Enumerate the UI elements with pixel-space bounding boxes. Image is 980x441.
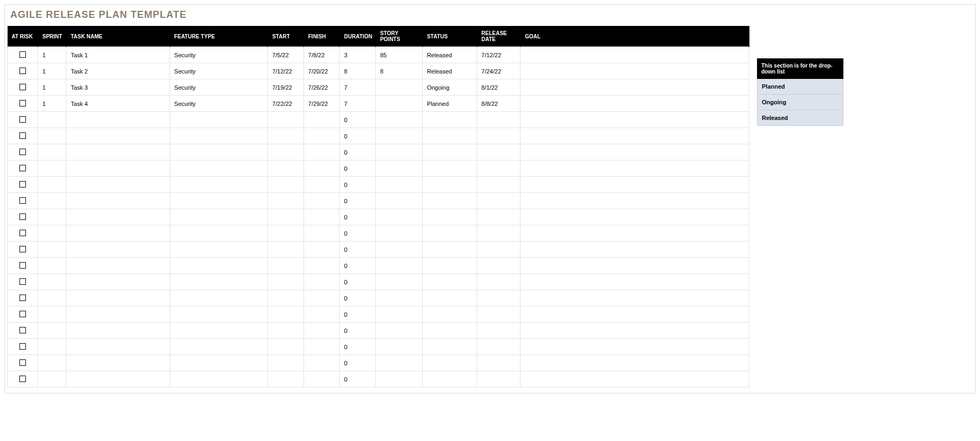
cell-start[interactable] — [268, 274, 304, 290]
at-risk-checkbox[interactable] — [19, 84, 26, 90]
cell-task-name[interactable]: Task 3 — [66, 79, 170, 96]
cell-feature-type[interactable] — [170, 128, 268, 144]
cell-start[interactable] — [268, 177, 304, 193]
cell-status[interactable] — [422, 371, 477, 387]
cell-sprint[interactable]: 1 — [38, 47, 66, 63]
cell-start[interactable]: 7/22/22 — [268, 96, 304, 112]
cell-story-points[interactable]: 85 — [375, 47, 422, 63]
cell-story-points[interactable]: 8 — [375, 63, 422, 79]
cell-status[interactable]: Ongoing — [422, 79, 477, 96]
cell-story-points[interactable] — [375, 339, 422, 355]
at-risk-checkbox[interactable] — [19, 68, 26, 74]
cell-task-name[interactable] — [66, 112, 170, 128]
cell-status[interactable] — [422, 355, 477, 371]
cell-status[interactable] — [422, 274, 477, 290]
cell-task-name[interactable] — [66, 209, 170, 225]
cell-feature-type[interactable] — [170, 355, 268, 371]
cell-sprint[interactable] — [38, 290, 66, 306]
at-risk-checkbox[interactable] — [19, 295, 26, 301]
cell-release-date[interactable] — [477, 161, 521, 177]
cell-status[interactable] — [422, 242, 477, 258]
cell-release-date[interactable] — [477, 242, 521, 258]
cell-sprint[interactable] — [38, 371, 66, 387]
cell-sprint[interactable]: 1 — [38, 79, 66, 96]
cell-status[interactable] — [422, 209, 477, 225]
cell-duration[interactable]: 0 — [340, 128, 376, 144]
cell-feature-type[interactable] — [170, 258, 268, 274]
cell-finish[interactable] — [303, 128, 340, 144]
cell-finish[interactable]: 7/20/22 — [303, 63, 340, 79]
at-risk-checkbox[interactable] — [19, 149, 26, 155]
cell-release-date[interactable] — [477, 355, 521, 371]
cell-finish[interactable] — [303, 258, 340, 274]
cell-status[interactable]: Planned — [422, 96, 477, 112]
cell-goal[interactable] — [521, 225, 749, 242]
cell-feature-type[interactable] — [170, 323, 268, 339]
cell-release-date[interactable] — [477, 209, 521, 225]
cell-feature-type[interactable]: Security — [170, 47, 268, 63]
cell-release-date[interactable] — [477, 112, 521, 128]
at-risk-checkbox[interactable] — [19, 311, 26, 317]
cell-finish[interactable] — [303, 290, 340, 306]
cell-sprint[interactable] — [38, 209, 66, 225]
cell-finish[interactable] — [303, 112, 340, 128]
cell-sprint[interactable] — [38, 112, 66, 128]
cell-goal[interactable] — [521, 47, 749, 63]
cell-release-date[interactable] — [477, 290, 521, 306]
cell-goal[interactable] — [521, 177, 749, 193]
cell-status[interactable] — [422, 144, 477, 161]
cell-release-date[interactable] — [477, 306, 521, 323]
cell-finish[interactable] — [303, 144, 340, 161]
cell-sprint[interactable]: 1 — [38, 96, 66, 112]
cell-story-points[interactable] — [375, 161, 422, 177]
cell-task-name[interactable] — [66, 177, 170, 193]
cell-duration[interactable]: 0 — [340, 323, 376, 339]
cell-feature-type[interactable]: Security — [170, 79, 268, 96]
cell-story-points[interactable] — [375, 306, 422, 323]
cell-story-points[interactable] — [375, 225, 422, 242]
cell-goal[interactable] — [521, 63, 749, 79]
cell-story-points[interactable] — [375, 112, 422, 128]
cell-start[interactable] — [268, 128, 304, 144]
cell-task-name[interactable] — [66, 355, 170, 371]
at-risk-checkbox[interactable] — [19, 327, 26, 333]
cell-start[interactable] — [268, 306, 304, 323]
at-risk-checkbox[interactable] — [19, 213, 26, 220]
cell-duration[interactable]: 3 — [340, 47, 376, 63]
cell-story-points[interactable] — [375, 242, 422, 258]
cell-duration[interactable]: 0 — [340, 258, 376, 274]
at-risk-checkbox[interactable] — [19, 278, 26, 285]
cell-release-date[interactable] — [477, 258, 521, 274]
cell-task-name[interactable] — [66, 258, 170, 274]
at-risk-checkbox[interactable] — [19, 116, 26, 123]
at-risk-checkbox[interactable] — [19, 100, 26, 106]
cell-start[interactable] — [268, 339, 304, 355]
cell-story-points[interactable] — [375, 193, 422, 209]
cell-task-name[interactable] — [66, 306, 170, 323]
cell-finish[interactable] — [303, 274, 340, 290]
cell-feature-type[interactable] — [170, 177, 268, 193]
cell-status[interactable] — [422, 258, 477, 274]
cell-status[interactable] — [422, 306, 477, 323]
cell-sprint[interactable] — [38, 128, 66, 144]
cell-start[interactable] — [268, 161, 304, 177]
at-risk-checkbox[interactable] — [19, 181, 26, 188]
cell-duration[interactable]: 0 — [340, 371, 376, 387]
cell-release-date[interactable]: 7/12/22 — [477, 47, 521, 63]
cell-release-date[interactable] — [477, 225, 521, 242]
cell-finish[interactable] — [303, 193, 340, 209]
cell-duration[interactable]: 0 — [340, 225, 376, 242]
cell-duration[interactable]: 0 — [340, 290, 376, 306]
cell-goal[interactable] — [521, 355, 749, 371]
cell-release-date[interactable]: 8/8/22 — [477, 96, 521, 112]
cell-story-points[interactable] — [375, 258, 422, 274]
cell-feature-type[interactable] — [170, 290, 268, 306]
cell-task-name[interactable] — [66, 323, 170, 339]
cell-release-date[interactable] — [477, 177, 521, 193]
cell-duration[interactable]: 0 — [340, 306, 376, 323]
cell-release-date[interactable] — [477, 144, 521, 161]
cell-status[interactable]: Released — [422, 63, 477, 79]
cell-release-date[interactable] — [477, 323, 521, 339]
cell-story-points[interactable] — [375, 323, 422, 339]
cell-sprint[interactable] — [38, 323, 66, 339]
